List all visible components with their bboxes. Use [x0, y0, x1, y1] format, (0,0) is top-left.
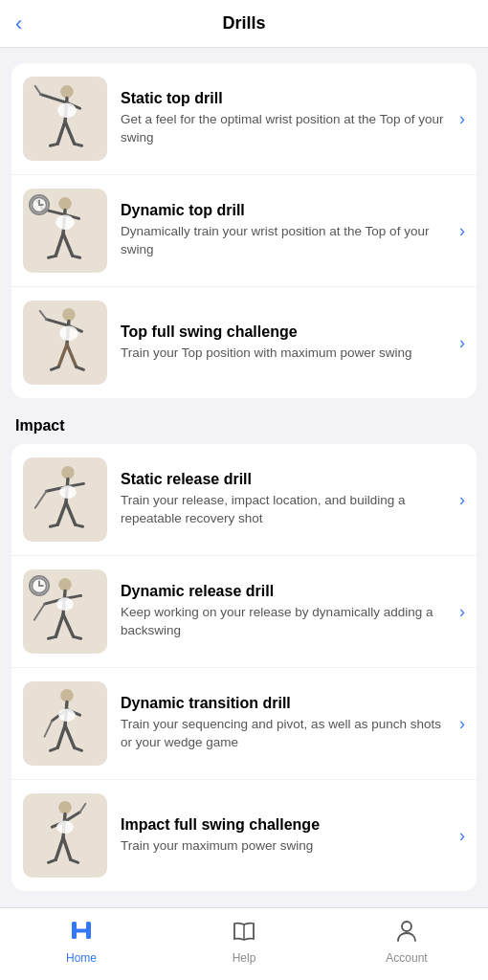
home-icon: [68, 918, 95, 948]
svg-line-40: [50, 524, 57, 526]
drill-thumb-top-challenge: [23, 301, 107, 385]
svg-point-66: [58, 801, 72, 814]
svg-line-26: [40, 311, 47, 320]
svg-line-62: [65, 725, 75, 747]
svg-point-56: [60, 689, 74, 702]
back-button[interactable]: ‹: [15, 13, 22, 34]
svg-line-73: [48, 859, 55, 862]
svg-line-71: [55, 837, 63, 859]
svg-point-80: [402, 922, 411, 931]
impact-section-label: Impact: [11, 417, 477, 434]
drill-item-impact-challenge[interactable]: Impact full swing challenge Train your m…: [11, 780, 477, 891]
svg-line-18: [55, 234, 63, 256]
bottom-nav: Home Help Account: [0, 907, 488, 980]
drill-desc-static-top: Get a feel for the optimal wrist positio…: [121, 111, 452, 147]
svg-line-54: [74, 636, 81, 638]
drill-desc-dynamic-transition: Train your sequencing and pivot, as well…: [121, 716, 452, 752]
svg-line-36: [35, 491, 47, 508]
nav-item-account[interactable]: Account: [368, 918, 445, 965]
svg-line-39: [66, 502, 76, 524]
golfer-icon-top: [27, 80, 103, 157]
nav-label-home: Home: [66, 951, 97, 965]
golfer-icon-top-challenge: [27, 304, 103, 381]
page-title: Drills: [222, 13, 265, 33]
drill-thumb-static-release: [23, 457, 107, 542]
svg-point-0: [60, 85, 74, 99]
drill-title-impact-challenge: Impact full swing challenge: [121, 816, 452, 834]
svg-line-69: [80, 804, 86, 813]
content-area: Static top drill Get a feel for the opti…: [0, 48, 488, 980]
nav-item-help[interactable]: Help: [206, 918, 282, 965]
golfer-icon-impact-challenge: [27, 797, 103, 874]
drill-info-dynamic-top: Dynamic top drill Dynamically train your…: [121, 202, 452, 259]
drill-desc-dynamic-top: Dynamically train your wrist position at…: [121, 223, 452, 259]
drill-info-impact-challenge: Impact full swing challenge Train your m…: [121, 816, 452, 856]
svg-point-23: [62, 308, 76, 322]
drill-item-dynamic-transition[interactable]: Dynamic transition drill Train your sequ…: [11, 668, 477, 780]
svg-line-7: [50, 144, 57, 145]
chevron-icon-static-top: ›: [459, 109, 465, 129]
svg-line-41: [76, 524, 83, 526]
header: ‹ Drills: [0, 0, 488, 48]
svg-rect-78: [86, 922, 91, 939]
chevron-icon-dynamic-transition: ›: [459, 714, 465, 734]
svg-point-46: [58, 578, 72, 591]
drill-info-dynamic-transition: Dynamic transition drill Train your sequ…: [121, 695, 452, 752]
drill-info-top-challenge: Top full swing challenge Train your Top …: [121, 323, 452, 363]
svg-line-28: [58, 345, 67, 367]
drill-title-dynamic-transition: Dynamic transition drill: [121, 695, 452, 712]
drill-thumb-dynamic-transition: [23, 681, 107, 766]
top-section-card-group: Static top drill Get a feel for the opti…: [11, 63, 477, 398]
svg-line-38: [57, 502, 66, 524]
drill-info-dynamic-release: Dynamic release drill Keep working on yo…: [121, 583, 452, 640]
drill-desc-top-challenge: Train your Top position with maximum pow…: [121, 345, 452, 363]
svg-line-51: [55, 614, 63, 636]
nav-label-account: Account: [386, 951, 427, 965]
svg-line-53: [48, 636, 55, 638]
svg-line-25: [46, 320, 68, 326]
drill-desc-impact-challenge: Train your maximum power swing: [121, 837, 452, 856]
help-icon: [231, 918, 257, 948]
svg-line-3: [35, 86, 41, 95]
svg-point-75: [56, 820, 74, 834]
svg-line-8: [75, 144, 82, 145]
clock-icon-dynamic-release: [29, 575, 50, 596]
nav-item-home[interactable]: Home: [43, 918, 120, 965]
svg-point-32: [59, 325, 78, 341]
drill-item-static-release[interactable]: Static release drill Train your release,…: [11, 444, 477, 556]
impact-section-card-group: Static release drill Train your release,…: [11, 444, 477, 891]
chevron-icon-top-challenge: ›: [459, 333, 465, 353]
svg-point-42: [59, 485, 77, 499]
drill-item-static-top[interactable]: Static top drill Get a feel for the opti…: [11, 63, 477, 175]
drill-title-static-top: Static top drill: [121, 90, 452, 107]
account-icon: [393, 918, 420, 948]
drill-item-dynamic-release[interactable]: Dynamic release drill Keep working on yo…: [11, 556, 477, 668]
drill-title-dynamic-release: Dynamic release drill: [121, 583, 452, 600]
svg-point-22: [55, 214, 75, 230]
drill-thumb-dynamic-top: [23, 189, 107, 273]
drill-thumb-static-top: [23, 77, 107, 161]
svg-line-21: [73, 256, 80, 257]
svg-point-65: [58, 708, 76, 722]
svg-line-20: [48, 256, 55, 257]
svg-line-29: [67, 345, 77, 367]
drill-title-top-challenge: Top full swing challenge: [121, 323, 452, 341]
chevron-icon-impact-challenge: ›: [459, 826, 465, 846]
nav-label-help: Help: [233, 951, 256, 965]
drill-item-top-challenge[interactable]: Top full swing challenge Train your Top …: [11, 287, 477, 398]
chevron-icon-dynamic-top: ›: [459, 221, 465, 241]
svg-point-55: [56, 597, 74, 611]
svg-point-9: [57, 102, 77, 118]
svg-line-59: [45, 721, 53, 737]
drill-thumb-impact-challenge: [23, 793, 107, 878]
svg-line-52: [63, 614, 74, 636]
drill-item-dynamic-top[interactable]: Dynamic top drill Dynamically train your…: [11, 175, 477, 287]
svg-line-6: [65, 122, 75, 144]
drill-thumb-dynamic-release: [23, 569, 107, 654]
svg-line-31: [77, 367, 84, 369]
clock-icon-dynamic-top: [29, 194, 50, 215]
svg-line-5: [57, 122, 65, 144]
golfer-icon-static-release: [27, 461, 103, 538]
drill-info-static-top: Static top drill Get a feel for the opti…: [121, 90, 452, 147]
drill-info-static-release: Static release drill Train your release,…: [121, 471, 452, 528]
